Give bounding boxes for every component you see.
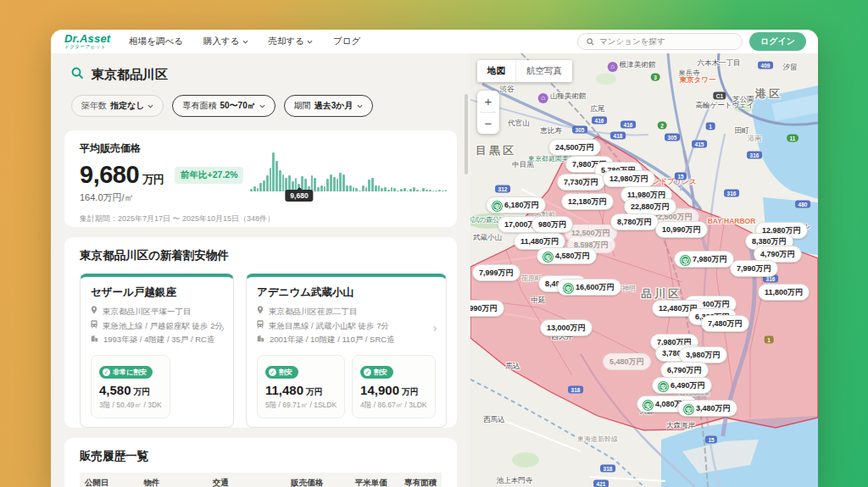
nav-item-1[interactable]: 購入する xyxy=(203,36,248,47)
map-label: 港区 xyxy=(755,86,782,102)
unit-listing[interactable]: ✓非常に割安4,580 万円3階 / 50.49㎡ / 3DK xyxy=(91,355,170,418)
history-section: 販売履歴一覧 公開日物件交通販売価格平米単価専有面積2025/10/15コスモ旗… xyxy=(64,438,457,487)
price-marker[interactable]: 8,780万円 xyxy=(610,213,659,230)
price-marker[interactable]: 12,980万円 xyxy=(603,170,655,187)
map-label-text: 西馬込 xyxy=(483,415,505,423)
price-marker[interactable]: 24,500万円 xyxy=(548,139,601,156)
column-header-5: 専有面積 xyxy=(392,473,442,487)
nav-item-0[interactable]: 相場を調べる xyxy=(129,36,183,47)
histogram-bar xyxy=(355,188,358,191)
logo-subtitle: ドクターアセット xyxy=(64,45,110,50)
property-info-row: 東急目黒線 / 武蔵小山駅 徒歩 7分 xyxy=(257,319,436,334)
price-marker[interactable]: 安7,980万円 xyxy=(674,251,734,268)
histogram-bar xyxy=(272,152,275,191)
price-marker-text: 7,480万円 xyxy=(708,319,743,328)
route-badge: 415 xyxy=(692,141,707,148)
area-search-query: 東京都品川区 xyxy=(92,67,168,83)
property-info-text: 東京都品川区平塚一丁目 xyxy=(103,305,192,319)
filter-chip-0[interactable]: 築年数指定なし xyxy=(71,95,164,117)
property-card-1[interactable]: アデニウム武蔵小山東京都品川区荏原二丁目東急目黒線 / 武蔵小山駅 徒歩 7分2… xyxy=(246,274,447,428)
logo[interactable]: Dr.Asset ドクターアセット xyxy=(64,33,110,50)
bargain-cards: セザール戸越銀座東京都品川区平塚一丁目東急池上線 / 戸越銀座駅 徒歩 2分19… xyxy=(80,274,442,428)
route-badge: 2 xyxy=(658,122,667,130)
filter-chip-1[interactable]: 専有面積50〜70㎡ xyxy=(172,95,275,117)
price-marker[interactable]: 6,790万円 xyxy=(660,362,709,379)
property-info-row: 東京都品川区荏原二丁目 xyxy=(257,305,436,319)
price-marker[interactable]: 10,990万円 xyxy=(655,221,708,238)
route-badge: 421 xyxy=(593,480,609,487)
check-icon: ✓ xyxy=(269,368,276,376)
histogram-bar xyxy=(416,190,419,191)
histogram-bar xyxy=(432,191,435,191)
column-header-1: 物件 xyxy=(138,473,207,487)
histogram-bar xyxy=(422,188,425,191)
nav-item-3[interactable]: ブログ xyxy=(333,36,360,47)
zoom-out-button[interactable]: − xyxy=(477,113,499,134)
price-marker-text: 6,490万円 xyxy=(670,381,705,390)
price-marker[interactable]: 安6,180万円 xyxy=(486,196,546,213)
property-info-text: 東急目黒線 / 武蔵小山駅 徒歩 7分 xyxy=(269,319,389,334)
histogram-bar xyxy=(384,187,387,191)
price-marker-text: 7,990万円 xyxy=(737,264,771,273)
histogram-bar xyxy=(326,179,329,191)
price-marker[interactable]: 13,000万円 xyxy=(540,319,593,336)
price-marker[interactable]: 安3,480万円 xyxy=(677,400,737,417)
price-marker[interactable]: 12,180万円 xyxy=(561,193,614,210)
price-histogram[interactable]: 9,680 xyxy=(250,152,447,200)
histogram-tooltip: 9,680 xyxy=(285,190,313,202)
price-marker[interactable]: 7,730万円 xyxy=(557,174,605,191)
histogram-bar xyxy=(387,190,390,191)
map-type-satellite-button[interactable]: 航空写真 xyxy=(515,60,572,82)
price-marker[interactable]: 10,990万円 xyxy=(470,300,504,317)
chevron-right-icon[interactable]: › xyxy=(220,321,225,335)
filter-chip-2[interactable]: 期間過去3か月 xyxy=(284,95,373,117)
unit-listing[interactable]: ✓割安14,900 万円4階 / 86.67㎡ / 3LDK xyxy=(352,355,435,418)
nav-item-label: 相場を調べる xyxy=(129,36,183,47)
price-marker-text: 8,780万円 xyxy=(617,218,652,226)
area-search[interactable]: 東京都品川区 xyxy=(51,53,470,90)
price-marker[interactable]: 7,990万円 xyxy=(730,260,778,277)
property-card-0[interactable]: セザール戸越銀座東京都品川区平塚一丁目東急池上線 / 戸越銀座駅 徒歩 2分19… xyxy=(80,274,234,428)
histogram-bars xyxy=(250,152,447,191)
price-marker-text: 11,980万円 xyxy=(627,191,665,199)
top-navbar: Dr.Asset ドクターアセット 相場を調べる購入する売却するブログ マンショ… xyxy=(51,30,818,53)
property-info-row: 2001年築 / 10階建 / 110戸 / SRC造 xyxy=(257,333,436,347)
price-marker[interactable]: 5,480万円 xyxy=(603,353,651,370)
average-price-card: 平均販売価格 9,680 万円 前年比+27.2% 164.0万円/㎡ 集計期間… xyxy=(64,130,457,227)
price-marker-text: 24,500万円 xyxy=(555,143,594,152)
map-label: 恵比寿 xyxy=(540,126,562,136)
nav-item-2[interactable]: 売却する xyxy=(269,36,314,47)
price-marker[interactable]: 11,800万円 xyxy=(758,284,810,301)
histogram-bar xyxy=(420,191,422,191)
login-button[interactable]: ログイン xyxy=(749,32,806,51)
price-marker[interactable]: 安4,580万円 xyxy=(537,247,597,264)
price-marker[interactable]: 7,999万円 xyxy=(472,264,520,281)
price-marker[interactable]: 安6,490万円 xyxy=(652,377,712,394)
histogram-bar xyxy=(317,187,320,191)
price-marker-text: 7,730万円 xyxy=(564,178,598,186)
nav-search-box[interactable]: マンションを探す xyxy=(577,33,743,50)
price-marker[interactable]: 7,480万円 xyxy=(701,315,749,332)
scrollbar[interactable] xyxy=(465,94,468,174)
location-icon xyxy=(91,305,97,319)
filter-label: 専有面積 xyxy=(182,100,216,112)
property-info-row: 1993年築 / 4階建 / 35戸 / RC造 xyxy=(91,333,223,347)
price-marker[interactable]: 3,980万円 xyxy=(679,346,727,363)
price-marker[interactable]: 980万円 xyxy=(531,216,573,233)
price-marker-text: 6,180万円 xyxy=(504,201,539,209)
map-label-text: 恵比寿 xyxy=(540,126,562,135)
zoom-in-button[interactable]: + xyxy=(477,91,499,112)
route-badge: 15 xyxy=(675,173,687,180)
map-label: 代官山 xyxy=(508,119,530,129)
map-type-map-button[interactable]: 地図 xyxy=(477,60,515,82)
filter-value: 指定なし xyxy=(110,100,144,112)
route-badge: 305 xyxy=(572,126,587,134)
price-marker[interactable]: 22,880万円 xyxy=(624,198,676,215)
map-label: 渋谷 xyxy=(500,85,515,95)
map[interactable]: 目黒区港区品川区中目黒渋谷代官山恵比寿広尾六本木一丁目汐留芝公園田町泉岳寺高輪ゲ… xyxy=(470,53,818,487)
unit-listing[interactable]: ✓割安11,480 万円5階 / 69.71㎡ / 1SLDK xyxy=(257,355,345,418)
map-label: ⌂山種美術館 xyxy=(538,91,587,103)
chevron-right-icon[interactable]: › xyxy=(433,321,437,335)
route-badge: 318 xyxy=(600,465,615,473)
price-marker[interactable]: 安16,600万円 xyxy=(557,279,621,296)
